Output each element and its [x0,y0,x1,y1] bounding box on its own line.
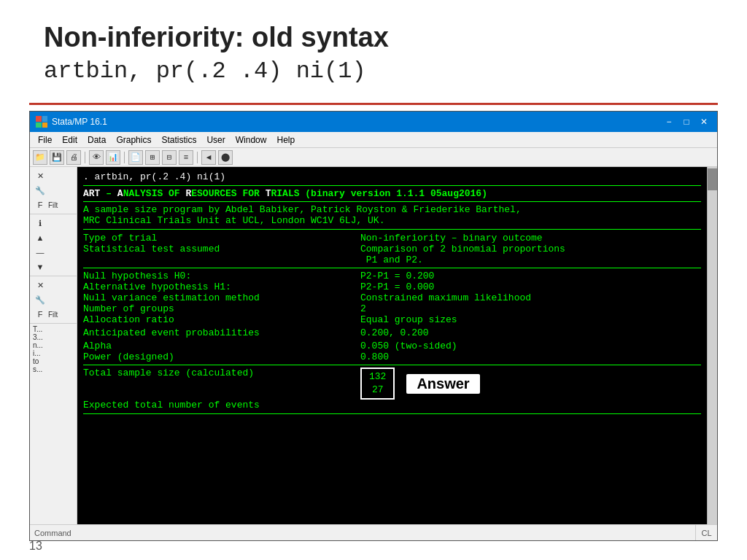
info-line-2: MRC Clinical Trials Unit at UCL, London … [83,215,701,226]
mid-divider-1 [83,268,701,268]
slide-divider [29,103,718,105]
toolbar-stop[interactable]: ⬤ [218,150,233,165]
terminal-scrollbar[interactable] [707,167,717,524]
scrollbar-thumb[interactable] [708,168,717,190]
stata-window: Stata/MP 16.1 − □ ✕ File Edit Data Graph… [29,111,718,541]
table-row-h0: Null hypothesis H0: P2-P1 = 0.200 [83,271,701,281]
top-divider [83,185,701,186]
table-row-power: Power (designed) 0.800 [83,351,701,362]
terminal-wrapper: . artbin, pr(.2 .4) ni(1) ART – ANALYSIS… [77,167,717,524]
status-left: Command [30,525,695,540]
wrench-icon: 🔧 [34,184,46,196]
maximize-button[interactable]: □ [679,117,694,127]
toolbar-print[interactable]: 🖨 [66,150,81,165]
title-bar-controls: − □ ✕ [662,117,711,127]
value-alpha: 0.050 (two-sided) [360,341,457,351]
sidebar-down-btn[interactable]: ▼ [31,260,75,274]
info-icon: ℹ [34,217,46,229]
value-power: 0.800 [360,351,389,362]
minimize-button[interactable]: − [662,117,676,127]
menu-file[interactable]: File [34,134,55,146]
value-alloc: Equal group sizes [360,314,457,325]
value-stat-test-cont: P1 and P2. [360,254,423,265]
stata-logo-icon [36,116,47,128]
toolbar-table[interactable]: ⊞ [145,150,160,165]
table-row-alloc: Allocation ratio Equal group sizes [83,314,701,325]
cl-label: CL [701,529,711,537]
toolbar-list[interactable]: ≡ [179,150,193,165]
events-value: 27 [369,384,386,397]
table-row-stat-test-cont: P1 and P2. [83,254,701,265]
filter-icon: F [34,199,46,211]
menu-statistics[interactable]: Statistics [158,134,200,146]
table-row-sample-size: Total sample size (calculated) 132 27 An… [83,368,701,400]
down-icon: ▼ [34,261,46,273]
table-row-event-prob: Anticipated event probabilities 0.200, 0… [83,327,701,338]
menu-data[interactable]: Data [84,134,109,146]
value-trial-type: Non-inferiority – binary outcome [360,233,543,244]
label-event-prob: Anticipated event probabilities [83,327,360,338]
label-stat-test: Statistical test assumed [83,244,360,254]
toolbar: 📁 💾 🖨 👁 📊 📄 ⊞ ⊟ ≡ ◀ ⬤ [30,148,717,167]
label-h0: Null hypothesis H0: [83,271,360,281]
toolbar-chart[interactable]: 📊 [106,150,120,165]
sidebar-wrench2-btn[interactable]: 🔧 [31,292,75,307]
info-line-1: A sample size program by Abdel Babiker, … [83,204,701,215]
sidebar-wrench-btn[interactable]: 🔧 [31,183,75,198]
sidebar-x2-btn[interactable]: ✕ [31,278,75,292]
label-groups: Number of groups [83,303,360,314]
window-title: Stata/MP 16.1 [52,117,107,127]
menu-edit[interactable]: Edit [58,134,81,146]
answer-group: 132 27 Answer [360,368,480,400]
slide-subtitle: artbin, pr(.2 .4) ni(1) [44,58,703,85]
sidebar-section-2: ℹ ▲ — ▼ [30,214,77,276]
info-divider [83,229,701,230]
command-line: . artbin, pr(.2 .4) ni(1) [83,171,701,182]
menu-window[interactable]: Window [232,134,271,146]
page-number: 13 [29,540,42,553]
table-row-groups: Number of groups 2 [83,303,701,314]
label-events: Expected total number of events [83,400,360,411]
sidebar-section-1: ✕ 🔧 F Filt [30,167,77,214]
bottom-status: Command CL [30,524,717,540]
close-button[interactable]: ✕ [697,117,711,127]
logo-cell-3 [36,122,42,128]
sidebar-x-btn[interactable]: ✕ [31,168,75,183]
sidebar: ✕ 🔧 F Filt ℹ ▲ — [30,167,77,524]
dash-icon: — [34,246,46,258]
table-row-h1: Alternative hypothesis H1: P2-P1 = 0.000 [83,281,701,292]
table-row-alpha: Alpha 0.050 (two-sided) [83,341,701,351]
toolbar-save[interactable]: 💾 [50,150,64,165]
menu-help[interactable]: Help [273,134,298,146]
x2-icon: ✕ [34,279,46,291]
value-h0: P2-P1 = 0.200 [360,271,434,281]
toolbar-view[interactable]: 👁 [89,150,104,165]
menu-bar: File Edit Data Graphics Statistics User … [30,132,717,148]
slide-area: Non-inferiority: old syntax artbin, pr(.… [0,0,747,96]
logo-cell-4 [42,122,48,128]
filter2-label: Filt [48,311,58,319]
menu-user[interactable]: User [203,134,228,146]
toolbar-back[interactable]: ◀ [201,150,216,165]
label-h1: Alternative hypothesis H1: [83,281,360,292]
toolbar-sep-1 [85,152,85,163]
sidebar-filter-btn[interactable]: F Filt [31,198,75,212]
header-divider [83,201,701,202]
logo-cell-2 [42,116,48,122]
sample-size-value: 132 [369,370,386,384]
toolbar-doc[interactable]: 📄 [128,150,143,165]
label-power: Power (designed) [83,351,360,362]
terminal[interactable]: . artbin, pr(.2 .4) ni(1) ART – ANALYSIS… [77,167,707,524]
label-alpha: Alpha [83,341,360,351]
toolbar-open[interactable]: 📁 [33,150,47,165]
toolbar-table2[interactable]: ⊟ [162,150,177,165]
up-icon: ▲ [34,232,46,244]
sidebar-up-btn[interactable]: ▲ [31,230,75,245]
mid-divider-2 [83,365,701,365]
table-row-events: Expected total number of events [83,400,701,411]
sidebar-info-btn[interactable]: ℹ [31,216,75,230]
menu-graphics[interactable]: Graphics [112,134,155,146]
sidebar-filter2-btn[interactable]: F Filt [31,307,75,322]
sidebar-dash-btn[interactable]: — [31,245,75,260]
value-null-var: Constrained maximum likelihood [360,292,531,303]
